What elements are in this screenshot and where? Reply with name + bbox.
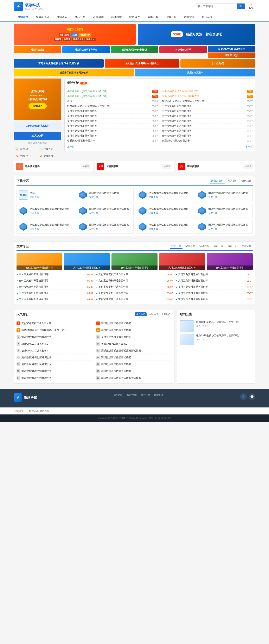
update-link-left-1[interactable]: 小鸟代刷网一(送手机流量卡+收代理) xyxy=(67,94,151,98)
banner-right-main[interactable]: 资源吧 精品好资源，都在资源吧 xyxy=(138,24,255,45)
footer-chat-icon[interactable]: 💬 xyxy=(249,394,255,400)
update-link-right-8[interactable]: 支付宝免资料开通当面付等 xyxy=(162,129,246,133)
rank-link-9[interactable]: 测试数据测试数据测试数据测试数据 xyxy=(101,349,172,352)
tab-worthy[interactable]: 值得一看 xyxy=(212,244,225,249)
friend-link-cms[interactable]: 极致CMS建站系统 xyxy=(29,410,49,412)
cms-website-button[interactable]: 极致CMS官方网站 xyxy=(14,122,61,130)
banner-chaohao3[interactable]: 永久超合3元 全网最低价抖音粉丝 xyxy=(105,59,180,68)
article-link-7[interactable]: 支付宝免资料开通当面付等 xyxy=(98,285,166,289)
rank-link-4[interactable]: 测试数据测试数据测试数据 xyxy=(21,335,92,339)
banner-no-realname[interactable]: 无需实名流量卡 xyxy=(135,68,255,76)
update-link-left-3[interactable]: 极致CMS全仿小刀省网源码，免费下载 xyxy=(67,104,151,108)
banner-24h[interactable]: 24小时自助下单 xyxy=(159,46,207,53)
nav-item-5[interactable]: 活动线报 xyxy=(107,13,126,22)
download-btn-11[interactable]: 立即下载 xyxy=(208,227,251,230)
article-link-0[interactable]: 支付宝免资料开通当面付等 xyxy=(19,273,86,276)
download-item-11[interactable]: 测试数据测试数据测试数据测试数据立即下载 xyxy=(195,220,253,234)
banner-namecard[interactable]: 百万名片免费领取 欢迎下单·欢迎对接 xyxy=(14,59,104,68)
download-item-1[interactable]: 测试数据测试数据测试数据立即下载 xyxy=(76,188,134,202)
sidebar-banner-btn[interactable]: 点我进入 xyxy=(28,103,47,109)
update-link-left-8[interactable]: 支付宝免资料开通当面付等 xyxy=(67,129,151,133)
notice-link-1[interactable]: 极致CMS全仿小刀省网源码，免费下载 xyxy=(196,334,253,338)
download-btn-5[interactable]: 立即下载 xyxy=(89,211,131,214)
article-link-13[interactable]: 支付宝免资料开通当面付等 xyxy=(98,298,166,301)
updates-next[interactable]: 下一页 xyxy=(245,145,253,148)
rank-link-2[interactable]: 极致CMS全仿小刀省网源码，免费下载！ xyxy=(21,328,92,332)
nav-item-3[interactable]: 技巧分享 xyxy=(71,13,89,22)
banner-douyin-follow[interactable]: 抖音网址业务 xyxy=(14,46,61,53)
voucher-tmall[interactable]: 天猫 天猫优惠券 去看看 xyxy=(95,161,174,172)
update-link-right-3[interactable]: 支付宝免资料开通当面付等 xyxy=(162,104,246,108)
tab-week-hot[interactable]: 本周热门 xyxy=(148,312,159,316)
article-link-3[interactable]: 支付宝免资料开通当面付等 xyxy=(19,279,86,282)
tab-listen[interactable]: 值得一听 xyxy=(226,244,239,249)
tab-month-hot[interactable]: 本月热门 xyxy=(160,312,172,316)
update-link-left-9[interactable]: 支付宝免资料开通当面付等 xyxy=(67,134,151,138)
tab-homestudy[interactable]: 宅家自学 xyxy=(184,244,197,249)
tab-activity[interactable]: 活动线报 xyxy=(198,244,211,249)
article-thumb-1[interactable]: 支付宝免资料开通当面付等 xyxy=(64,253,110,270)
download-btn-2[interactable]: 立即下载 xyxy=(149,196,191,198)
nav-item-10[interactable]: 每日必买 xyxy=(198,13,216,22)
search-button[interactable]: 🔍 xyxy=(237,4,245,9)
nav-item-7[interactable]: 值得一看 xyxy=(144,13,162,22)
update-link-left-5[interactable]: 支付宝免资料开通当面付等 xyxy=(67,114,151,118)
tab-skills[interactable]: 技巧分享 xyxy=(170,244,183,249)
download-btn-1[interactable]: 立即下载 xyxy=(89,196,131,198)
download-item-5[interactable]: 测试数据测试数据测试数据测试数据立即下载 xyxy=(76,204,134,218)
rank-link-0[interactable]: 支付宝免资料开通当面付等 xyxy=(21,322,92,325)
updates-prev[interactable]: 上一页 xyxy=(67,145,74,148)
update-link-left-10[interactable]: 联通运5G抽视频会员月卡 xyxy=(67,139,151,142)
download-item-6[interactable]: 测试数据测试数据测试数据测试数据立即下载 xyxy=(136,204,193,218)
nav-item-2[interactable]: 网站源码 xyxy=(53,13,71,22)
tab-resource[interactable]: 资源宝库 xyxy=(240,244,253,249)
rank-link-7[interactable]: 极致CMSv1,7版本发布2 xyxy=(101,342,172,346)
tab-easy-source[interactable]: 易语言源码 xyxy=(210,179,225,184)
footer-link-1[interactable]: 版权声明 xyxy=(127,394,137,397)
banner-left-main[interactable]: 网红代刷网 热门刷粉 兰赞 频道买赞 抖音号 快手号 微信公众号 快手粉丝 xyxy=(14,24,136,45)
article-thumb-4[interactable]: 支付宝免资料开通当面付等 xyxy=(207,253,253,270)
voucher-taobao[interactable]: 淘 淘宝优惠券 去看看 xyxy=(176,161,255,172)
download-item-4[interactable]: 测试数据测试数据测试数据测试数据立即下载 xyxy=(16,204,74,218)
download-btn-7[interactable]: 立即下载 xyxy=(208,211,251,214)
download-item-0[interactable]: MySQL测试下立即下载 xyxy=(16,188,74,202)
article-link-10[interactable]: 支付宝免资料开通当面付等 xyxy=(98,291,166,295)
update-link-left-2[interactable]: 测试下 xyxy=(67,100,151,103)
download-item-7[interactable]: 测试数据测试数据测试数据测试数据立即下载 xyxy=(195,204,253,218)
rank-link-1[interactable]: 测试数据测试数据测试数据 xyxy=(101,322,172,325)
footer-link-0[interactable]: 侵权处理 xyxy=(113,394,123,397)
download-btn-3[interactable]: 立即下载 xyxy=(208,196,251,198)
download-item-8[interactable]: 测试数据测试数据测试数据测试数据立即下载 xyxy=(16,220,74,234)
article-thumb-2[interactable]: 支付宝免资料开通当面付等 xyxy=(111,253,157,270)
footer-link-2[interactable]: 官方Q群 xyxy=(141,394,150,397)
download-item-2[interactable]: 测试数据测试数据测试数据测试数据立即下载 xyxy=(136,188,193,202)
rank-link-12[interactable]: 测试数据测试数据测试数据 xyxy=(21,362,92,366)
download-item-3[interactable]: 测试数据测试数据测试数据测试数据立即下载 xyxy=(195,188,253,202)
rank-link-10[interactable]: 测试数据测试数据测试数据 xyxy=(21,356,92,359)
rank-link-5[interactable]: 支付宝免资料开通当面付等 xyxy=(101,335,172,339)
tab-green-software[interactable]: 绿色软件 xyxy=(240,179,253,184)
rank-link-11[interactable]: 测试数据测试数据测试数据 xyxy=(101,356,172,359)
nav-item-6[interactable]: 绿色软件 xyxy=(126,13,144,22)
update-link-right-2[interactable]: 极致CMS全仿小刀省网源码，免费下载 xyxy=(162,100,246,103)
article-link-9[interactable]: 支付宝免资料开通当面付等 xyxy=(19,291,86,295)
rank-link-16[interactable]: 测试数据测试数据测试数据 xyxy=(21,376,92,380)
update-link-right-0[interactable]: 火爆活动帖点进去入选Q站名片赞 xyxy=(162,90,246,93)
article-link-5[interactable]: 支付宝免资料开通当面付等 xyxy=(178,279,246,282)
article-thumb-0[interactable]: 支付宝免资料开通当面付等 xyxy=(16,253,62,270)
tab-website-source[interactable]: 网站源码 xyxy=(226,179,239,184)
update-link-right-9[interactable]: 支付宝免资料开通当面付等 xyxy=(162,134,246,138)
voucher-pdd-btn[interactable]: 去看看 xyxy=(81,164,91,168)
article-link-1[interactable]: 支付宝免资料开通当面付等 xyxy=(98,273,166,276)
rank-link-15[interactable]: 测试数据测试数据测试数据 xyxy=(101,370,172,373)
notice-link-0[interactable]: 极致CMS全仿小刀省网源码，免费下载 xyxy=(196,320,253,324)
banner-zhaozy[interactable]: 找资源上起点 xyxy=(208,52,255,58)
article-thumb-3[interactable]: 支付宝免资料开通当面付等 xyxy=(159,253,205,270)
feedback-button[interactable]: 📝 投稿 xyxy=(247,2,255,11)
banner-yongjiu2[interactable]: 永久会员2元 xyxy=(180,59,255,68)
download-btn-4[interactable]: 立即下载 xyxy=(30,211,72,214)
sidebar-banner[interactable]: 诚市代刷网 www.ucxada.cn 力网强点推荐下单 点我进入 xyxy=(14,78,61,120)
article-link-6[interactable]: 支付宝免资料开通当面付等 xyxy=(19,285,86,289)
tab-today-hot[interactable]: 今日热门 xyxy=(135,312,147,316)
download-btn-0[interactable]: 立即下载 xyxy=(30,196,72,198)
